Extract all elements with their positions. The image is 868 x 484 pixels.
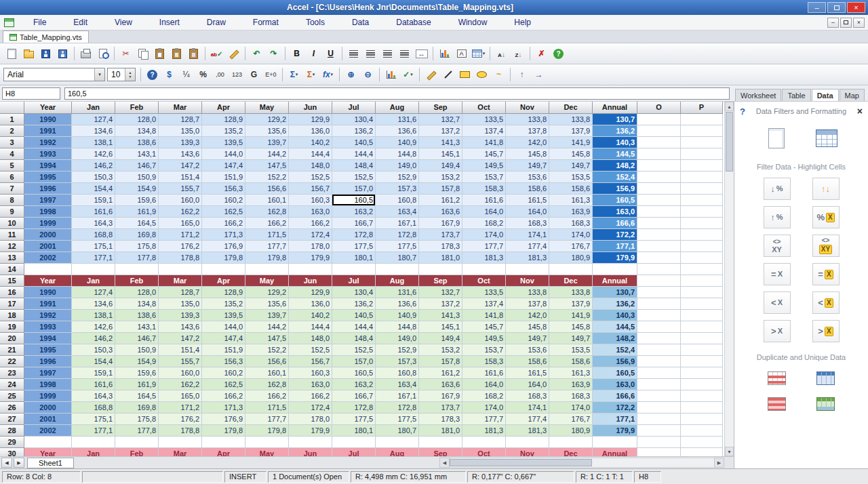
value-cell[interactable]: 175,8	[115, 414, 159, 425]
value-cell[interactable]: 141,8	[462, 137, 506, 148]
annual-cell[interactable]: 166,6	[593, 218, 637, 229]
value-cell[interactable]: 166,2	[245, 390, 289, 402]
value-cell[interactable]: 135,0	[159, 298, 202, 310]
autosum-button[interactable]: Σ▾	[285, 66, 302, 83]
column-header-May[interactable]: May	[245, 102, 289, 114]
cell[interactable]	[681, 160, 723, 172]
annual-cell[interactable]: 160,5	[593, 195, 637, 206]
table-header-cell[interactable]: Apr	[202, 448, 245, 456]
value-cell[interactable]: 139,3	[159, 137, 202, 148]
value-cell[interactable]: 133,8	[549, 114, 593, 125]
cell[interactable]	[681, 252, 723, 264]
value-cell[interactable]: 180,7	[376, 425, 419, 437]
panel-help-icon[interactable]: ?	[740, 106, 745, 117]
value-cell[interactable]: 176,7	[549, 414, 593, 425]
year-cell[interactable]: 1998	[24, 206, 72, 218]
value-cell[interactable]: 166,2	[245, 218, 289, 229]
value-cell[interactable]: 147,2	[159, 333, 202, 344]
year-cell[interactable]: 2001	[24, 414, 72, 425]
row-header[interactable]: 3	[0, 137, 24, 148]
annual-cell[interactable]: 144,5	[593, 148, 637, 160]
value-cell[interactable]: 149,7	[506, 333, 549, 344]
value-cell[interactable]: 129,2	[245, 287, 289, 298]
value-cell[interactable]: 128,7	[159, 287, 202, 298]
value-cell[interactable]: 143,1	[115, 148, 159, 160]
value-cell[interactable]: 161,3	[549, 367, 593, 379]
value-cell[interactable]: 168,3	[549, 218, 593, 229]
value-cell[interactable]: 161,2	[419, 367, 462, 379]
cell[interactable]	[637, 344, 681, 356]
value-cell[interactable]: 175,1	[72, 414, 115, 425]
value-cell[interactable]: 152,5	[289, 344, 332, 356]
value-cell[interactable]: 179,8	[245, 252, 289, 264]
table-header-cell[interactable]: Jun	[289, 448, 332, 456]
filter-between-button[interactable]: <>XY	[764, 235, 791, 257]
value-cell[interactable]: 168,3	[506, 218, 549, 229]
value-cell[interactable]: 156,7	[289, 183, 332, 195]
row-header[interactable]: 15	[0, 275, 24, 287]
cell[interactable]	[681, 321, 723, 333]
value-cell[interactable]: 139,5	[202, 310, 245, 321]
annual-cell[interactable]: 172,2	[593, 402, 637, 414]
decimal-format-button[interactable]: ,00	[212, 66, 229, 83]
cell[interactable]	[72, 264, 115, 275]
value-cell[interactable]: 135,0	[159, 125, 202, 137]
horizontal-scrollbar-track[interactable]	[450, 458, 714, 468]
cell[interactable]	[681, 367, 723, 379]
cell[interactable]	[637, 367, 681, 379]
value-cell[interactable]: 174,0	[549, 402, 593, 414]
highlight-greater-button[interactable]: >X	[812, 320, 840, 342]
year-cell[interactable]: 1991	[24, 125, 72, 137]
value-cell[interactable]: 144,8	[376, 321, 419, 333]
value-cell[interactable]: 141,8	[462, 310, 506, 321]
value-cell[interactable]: 137,8	[506, 298, 549, 310]
value-cell[interactable]: 162,2	[159, 379, 202, 390]
value-cell[interactable]: 139,7	[245, 137, 289, 148]
value-cell[interactable]: 135,6	[245, 298, 289, 310]
value-cell[interactable]: 133,8	[549, 287, 593, 298]
close-button[interactable]: ×	[847, 2, 865, 13]
panel-tab-map[interactable]: Map	[840, 89, 865, 101]
sort-descending-button[interactable]: Z↓	[510, 45, 527, 62]
value-cell[interactable]: 161,9	[115, 206, 159, 218]
column-header-Jul[interactable]: Jul	[332, 102, 376, 114]
cell[interactable]	[549, 437, 593, 448]
menu-tools[interactable]: Tools	[292, 16, 338, 29]
year-cell[interactable]: 1996	[24, 356, 72, 367]
new-document-button[interactable]	[3, 45, 20, 62]
format-painter-button[interactable]	[185, 45, 202, 62]
cell[interactable]	[637, 321, 681, 333]
value-cell[interactable]: 181,0	[419, 252, 462, 264]
value-cell[interactable]: 144,0	[202, 148, 245, 160]
cell[interactable]	[637, 298, 681, 310]
value-cell[interactable]: 129,9	[289, 114, 332, 125]
cell[interactable]	[681, 425, 723, 437]
menu-file[interactable]: File	[20, 16, 60, 29]
value-cell[interactable]: 154,4	[72, 356, 115, 367]
value-cell[interactable]: 164,3	[72, 390, 115, 402]
value-cell[interactable]: 164,3	[72, 218, 115, 229]
column-header-Mar[interactable]: Mar	[159, 102, 202, 114]
value-cell[interactable]: 148,0	[289, 160, 332, 172]
value-cell[interactable]: 179,8	[202, 425, 245, 437]
row-header[interactable]: 22	[0, 356, 24, 367]
value-cell[interactable]: 164,5	[115, 390, 159, 402]
cell[interactable]	[681, 344, 723, 356]
highlight-button[interactable]	[225, 45, 242, 62]
column-header-Jun[interactable]: Jun	[289, 102, 332, 114]
highlight-equal-button[interactable]: =X	[812, 263, 840, 285]
copy-button[interactable]	[134, 45, 151, 62]
year-cell[interactable]: 2001	[24, 241, 72, 252]
value-cell[interactable]: 172,8	[376, 402, 419, 414]
value-cell[interactable]: 135,6	[245, 125, 289, 137]
value-cell[interactable]: 152,5	[332, 344, 376, 356]
row-header[interactable]: 21	[0, 344, 24, 356]
value-cell[interactable]: 178,3	[419, 414, 462, 425]
highlight-duplicates-button[interactable]	[764, 369, 791, 387]
value-cell[interactable]: 136,6	[376, 298, 419, 310]
value-cell[interactable]: 157,8	[419, 356, 462, 367]
row-header[interactable]: 27	[0, 414, 24, 425]
value-cell[interactable]: 149,0	[376, 160, 419, 172]
value-cell[interactable]: 168,3	[549, 390, 593, 402]
value-cell[interactable]: 161,5	[506, 195, 549, 206]
